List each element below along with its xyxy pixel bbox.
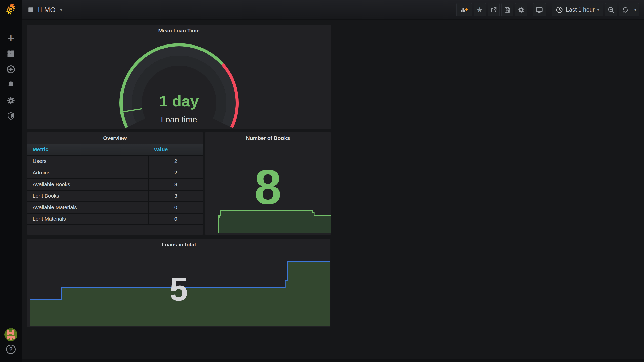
table-row: Admins2 <box>27 167 203 178</box>
clock-icon <box>556 6 563 14</box>
panel-number-of-books: Number of Books 8 <box>205 132 331 235</box>
gear-icon <box>6 96 15 105</box>
cell-value: 2 <box>148 155 203 167</box>
grafana-logo[interactable] <box>4 2 18 16</box>
help-icon[interactable]: ? <box>6 345 16 354</box>
shield-icon <box>6 112 15 121</box>
sidebar-item-explore[interactable] <box>5 64 16 75</box>
loan-time-gauge <box>27 25 331 129</box>
user-avatar[interactable] <box>4 328 17 341</box>
compass-icon <box>6 65 15 74</box>
zoom-out-icon <box>607 6 615 14</box>
navbar: ILMO ▾ ★ <box>22 0 644 20</box>
table-row: Lent Books3 <box>27 190 203 202</box>
cell-metric: Users <box>27 155 148 167</box>
save-dashboard-button[interactable] <box>501 3 513 16</box>
dashboard-settings-button[interactable] <box>515 3 527 16</box>
loans-stat-value: 5 <box>27 273 330 306</box>
cell-value: 2 <box>148 167 203 178</box>
books-stat-value: 8 <box>205 162 331 212</box>
refresh-icon-wrap[interactable] <box>619 6 632 14</box>
gauge-field-label: Loan time <box>27 115 331 124</box>
star-icon: ★ <box>476 6 483 14</box>
dashboard-squares-icon <box>28 7 34 13</box>
share-dashboard-button[interactable] <box>488 3 500 16</box>
cell-metric: Lent Books <box>27 190 148 202</box>
sidebar: + <box>0 0 22 362</box>
window-bottom-edge <box>22 359 644 362</box>
column-header-metric[interactable]: Metric <box>27 144 148 155</box>
bell-icon <box>6 80 15 89</box>
dashboards-icon <box>6 49 15 58</box>
panel-title[interactable]: Mean Loan Time <box>27 25 331 36</box>
panel-title[interactable]: Number of Books <box>205 132 331 144</box>
help-glyph: ? <box>9 346 13 353</box>
refresh-icon <box>622 6 629 14</box>
dashboard-title: ILMO <box>38 6 56 14</box>
gauge-value: 1 day <box>27 92 331 110</box>
cycle-view-mode-button[interactable] <box>533 3 546 16</box>
sidebar-item-configuration[interactable] <box>5 95 16 106</box>
panel-title[interactable]: Loans in total <box>27 239 330 250</box>
add-panel-button[interactable] <box>456 3 472 16</box>
cell-metric: Available Materials <box>27 202 148 213</box>
table-row: Available Materials0 <box>27 202 203 213</box>
cell-metric: Available Books <box>27 178 148 190</box>
cell-metric: Lent Materials <box>27 213 148 225</box>
chevron-down-icon: ▾ <box>60 7 62 13</box>
cell-metric: Admins <box>27 167 148 178</box>
chevron-down-icon: ▾ <box>597 7 599 12</box>
column-header-value[interactable]: Value <box>148 144 203 155</box>
gear-icon <box>517 6 525 14</box>
table-row: Available Books8 <box>27 178 203 190</box>
sidebar-item-create[interactable]: + <box>5 33 16 44</box>
dashboard-title-button[interactable]: ILMO ▾ <box>28 6 62 14</box>
cell-value: 0 <box>148 202 203 213</box>
panel-loans-in-total: Loans in total 5 <box>27 239 331 327</box>
sidebar-item-alerting[interactable] <box>5 79 16 90</box>
add-panel-icon <box>460 6 468 14</box>
save-icon <box>504 6 511 14</box>
chevron-down-icon: ▾ <box>634 7 636 12</box>
cell-value: 0 <box>148 213 203 225</box>
panel-overview: Overview MetricValueUsers2Admins2Availab… <box>27 132 203 235</box>
refresh-interval-dropdown[interactable]: ▾ <box>632 3 639 16</box>
panel-mean-loan-time: Mean Loan Time 1 day Loan time <box>27 25 331 129</box>
sidebar-menu: + <box>5 33 16 122</box>
star-dashboard-button[interactable]: ★ <box>474 3 486 16</box>
time-range-picker[interactable]: Last 1 hour ▾ <box>552 3 603 16</box>
monitor-icon <box>536 6 543 14</box>
sidebar-item-server-admin[interactable] <box>5 111 16 122</box>
cell-value: 8 <box>148 178 203 190</box>
plus-icon: + <box>8 33 14 44</box>
time-range-label: Last 1 hour <box>566 6 595 13</box>
cell-value: 3 <box>148 190 203 202</box>
refresh-button[interactable]: ▾ <box>619 3 639 16</box>
sidebar-item-dashboards[interactable] <box>5 48 16 59</box>
share-icon <box>490 6 497 14</box>
navbar-toolbar: ★ <box>456 3 639 16</box>
panel-title[interactable]: Overview <box>27 132 203 144</box>
overview-table: MetricValueUsers2Admins2Available Books8… <box>27 144 203 225</box>
table-row: Users2 <box>27 155 203 167</box>
table-row: Lent Materials0 <box>27 213 203 225</box>
zoom-out-time-button[interactable] <box>605 3 617 16</box>
